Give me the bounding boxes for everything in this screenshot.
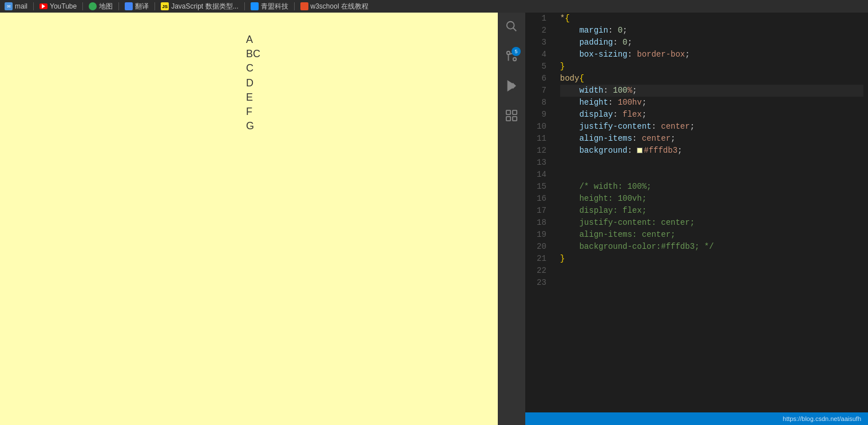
code-line-20: background-color:#fffdb3; */ (560, 241, 863, 253)
editor-pane[interactable]: 1 2 3 4 5 6 7 8 9 10 11 12 13 14 15 16 1… (525, 13, 868, 425)
tab-qm[interactable]: 青盟科技 (251, 2, 288, 11)
svg-line-1 (513, 28, 517, 31)
code-line-11: align-items: center; (560, 133, 863, 145)
tab-w3-label: w3school 在线教程 (311, 2, 368, 11)
code-content[interactable]: *{ margin: 0; padding: 0; box-sizing: bo… (556, 13, 868, 412)
tab-youtube-label: YouTube (50, 2, 77, 10)
svg-point-0 (507, 22, 514, 29)
tab-w3[interactable]: w3school 在线教程 (300, 2, 368, 11)
maps-icon (89, 2, 97, 10)
tab-qm-label: 青盟科技 (261, 2, 288, 11)
code-line-5: } (560, 61, 863, 73)
code-line-2: margin: 0; (560, 25, 863, 37)
svg-rect-12 (506, 117, 510, 121)
code-line-21: } (560, 253, 863, 265)
tab-translate[interactable]: 翻译 (125, 2, 149, 11)
search-icon[interactable] (502, 17, 521, 35)
tab-mail[interactable]: ✉ mail (5, 2, 27, 10)
letter-f: F (246, 105, 252, 119)
divider (154, 2, 155, 10)
w3-icon (300, 2, 308, 10)
js-icon: JS (161, 2, 169, 10)
mail-icon: ✉ (5, 2, 13, 10)
code-line-9: display: flex; (560, 109, 863, 121)
code-editor[interactable]: 1 2 3 4 5 6 7 8 9 10 11 12 13 14 15 16 1… (525, 13, 868, 412)
svg-point-3 (513, 58, 517, 61)
letter-a: A (246, 33, 253, 47)
code-line-17: display: flex; (560, 205, 863, 217)
preview-pane: A BC C D E F G (0, 13, 498, 425)
letter-e: E (246, 90, 253, 105)
divider (82, 2, 83, 10)
code-line-6: body{ (560, 73, 863, 85)
divider (294, 2, 295, 10)
tab-maps[interactable]: 地图 (89, 2, 113, 11)
svg-rect-13 (513, 117, 517, 121)
letter-d: D (246, 76, 253, 90)
code-line-16: height: 100vh; (560, 193, 863, 205)
tab-translate-label: 翻译 (135, 2, 149, 11)
youtube-icon (39, 3, 47, 9)
tab-mail-label: mail (15, 2, 27, 10)
code-line-10: justify-content: center; (560, 121, 863, 133)
letter-bc: BC (246, 47, 260, 61)
tab-youtube[interactable]: YouTube (39, 2, 77, 10)
code-line-8: height: 100hv; (560, 97, 863, 109)
code-line-3: padding: 0; (560, 37, 863, 49)
tab-js[interactable]: JS JavaScript 数据类型... (161, 2, 238, 11)
code-line-19: align-items: center; (560, 229, 863, 241)
qm-icon (251, 2, 259, 10)
code-line-13 (560, 157, 863, 169)
code-line-15: /* width: 100%; (560, 181, 863, 193)
divider (244, 2, 245, 10)
browser-tab-bar: ✉ mail YouTube 地图 翻译 JS JavaScript 数据类型.… (0, 0, 868, 13)
tab-js-label: JavaScript 数据类型... (171, 2, 238, 11)
status-bar: https://blog.csdn.net/aaisufh (525, 412, 868, 425)
translate-icon (125, 2, 133, 10)
main-layout: A BC C D E F G 5 (0, 13, 868, 425)
code-line-12: background: #fffdb3; (560, 145, 863, 157)
svg-marker-7 (508, 81, 516, 91)
code-line-7: width: 100%; (560, 85, 863, 97)
svg-rect-10 (506, 110, 510, 114)
source-control-icon[interactable]: 5 (502, 47, 521, 65)
run-debug-icon[interactable] (502, 77, 521, 95)
letter-c: C (246, 61, 253, 76)
divider (118, 2, 119, 10)
divider (33, 2, 34, 10)
code-line-18: justify-content: center; (560, 217, 863, 229)
svg-rect-11 (513, 110, 517, 114)
extensions-icon[interactable] (502, 106, 521, 125)
line-numbers: 1 2 3 4 5 6 7 8 9 10 11 12 13 14 15 16 1… (525, 13, 556, 412)
code-line-1: *{ (560, 13, 863, 25)
letter-g: G (246, 119, 254, 133)
code-line-4: box-sizing: border-box; (560, 49, 863, 61)
code-line-22 (560, 265, 863, 277)
tab-maps-label: 地图 (99, 2, 113, 11)
status-url: https://blog.csdn.net/aaisufh (783, 415, 861, 422)
source-control-badge: 5 (512, 47, 521, 56)
preview-letters: A BC C D E F G (246, 33, 260, 133)
activity-bar: 5 (498, 13, 525, 425)
code-line-23 (560, 277, 863, 289)
code-line-14 (560, 169, 863, 181)
